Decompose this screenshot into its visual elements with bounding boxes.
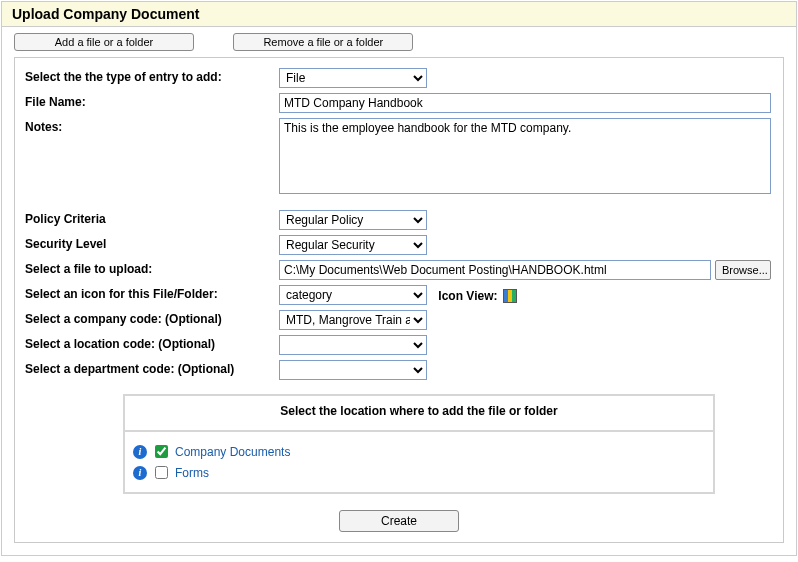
create-button[interactable]: Create <box>339 510 459 532</box>
location-tree-box: Select the location where to add the fil… <box>123 394 715 494</box>
tree-label: Forms <box>175 466 209 480</box>
remove-file-folder-button[interactable]: Remove a file or a folder <box>233 33 413 51</box>
company-documents-checkbox[interactable] <box>155 445 168 458</box>
location-code-label: Select a location code: (Optional) <box>23 335 279 351</box>
category-icon <box>503 289 517 303</box>
notes-textarea[interactable]: This is the employee handbook for the MT… <box>279 118 771 194</box>
security-label: Security Level <box>23 235 279 251</box>
file-name-input[interactable] <box>279 93 771 113</box>
forms-checkbox[interactable] <box>155 466 168 479</box>
file-upload-label: Select a file to upload: <box>23 260 279 276</box>
notes-label: Notes: <box>23 118 279 134</box>
icon-view-label: Icon View: <box>438 289 497 303</box>
tree-item-forms[interactable]: i Forms <box>133 463 705 482</box>
icon-select[interactable]: category <box>279 285 427 305</box>
icon-label: Select an icon for this File/Folder: <box>23 285 279 301</box>
info-icon: i <box>133 466 147 480</box>
tree-label: Company Documents <box>175 445 290 459</box>
policy-label: Policy Criteria <box>23 210 279 226</box>
location-tree-title: Select the location where to add the fil… <box>125 396 713 430</box>
location-tree: i Company Documents i Forms <box>125 430 713 492</box>
entry-type-label: Select the the type of entry to add: <box>23 68 279 84</box>
page-title: Upload Company Document <box>2 2 796 27</box>
upload-company-document-panel: Upload Company Document Add a file or a … <box>1 1 797 556</box>
file-path-input[interactable] <box>279 260 711 280</box>
file-name-label: File Name: <box>23 93 279 109</box>
tree-item-company-documents[interactable]: i Company Documents <box>133 442 705 461</box>
policy-select[interactable]: Regular Policy <box>279 210 427 230</box>
browse-button[interactable]: Browse... <box>715 260 771 280</box>
company-code-select[interactable]: MTD, Mangrove Train and De <box>279 310 427 330</box>
form-region: Select the the type of entry to add: Fil… <box>14 57 784 543</box>
location-code-select[interactable] <box>279 335 427 355</box>
top-button-row: Add a file or a folder Remove a file or … <box>2 27 796 57</box>
department-code-select[interactable] <box>279 360 427 380</box>
entry-type-select[interactable]: File <box>279 68 427 88</box>
info-icon: i <box>133 445 147 459</box>
department-code-label: Select a department code: (Optional) <box>23 360 279 376</box>
company-code-label: Select a company code: (Optional) <box>23 310 279 326</box>
security-select[interactable]: Regular Security <box>279 235 427 255</box>
add-file-folder-button[interactable]: Add a file or a folder <box>14 33 194 51</box>
create-row: Create <box>23 502 775 532</box>
